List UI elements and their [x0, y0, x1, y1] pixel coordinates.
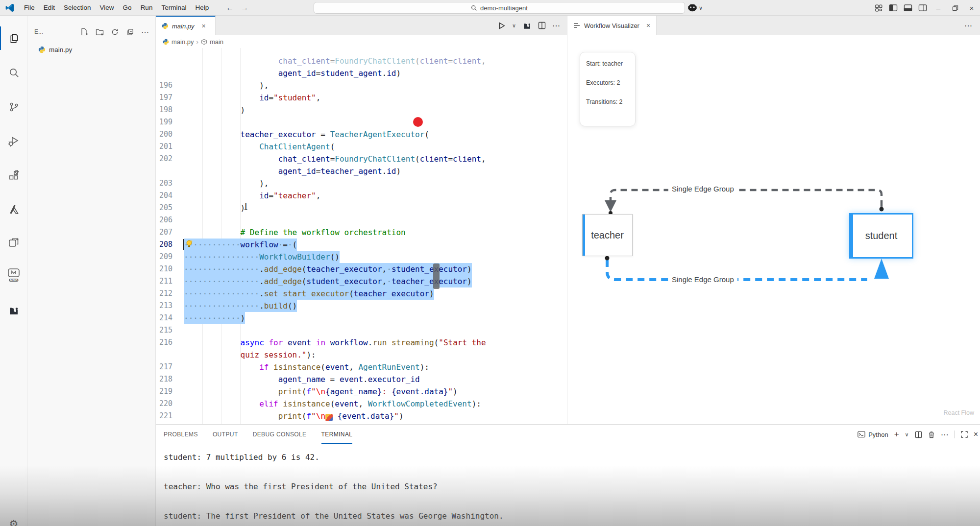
code-row[interactable]: 217 if isinstance(event, AgentRunEvent):	[156, 361, 567, 373]
node-teacher[interactable]: teacher	[582, 214, 633, 256]
line-number[interactable]: 198	[156, 104, 172, 116]
code-row[interactable]: 214············)	[156, 312, 567, 324]
line-number[interactable]: 218	[156, 373, 172, 385]
panel-tab-close-icon[interactable]: ×	[646, 22, 650, 29]
line-number[interactable]: 203	[156, 177, 172, 190]
menu-item-go[interactable]: Go	[119, 2, 136, 13]
code-row[interactable]: 221 print(f"\n🎉 {event.data}")	[156, 410, 567, 422]
terminal-output[interactable]: student: 7 multiplied by 6 is 42.teacher…	[164, 444, 972, 526]
line-number[interactable]: 199	[156, 116, 172, 128]
code-row[interactable]: 219 print(f"\n{agent_name}: {event.data}…	[156, 385, 567, 398]
code-row[interactable]: 199	[156, 116, 567, 128]
window-minimize-button[interactable]: –	[930, 0, 947, 16]
new-terminal-icon[interactable]: +	[894, 430, 899, 439]
tab-workflow-visualizer[interactable]: Workflow Visualizer ×	[567, 16, 657, 35]
line-number[interactable]: 210	[156, 263, 172, 275]
back-arrow-icon[interactable]: ←	[226, 3, 234, 12]
copilot-menu[interactable]: ∨	[687, 0, 703, 16]
panel-more-actions-icon[interactable]: ⋯	[964, 16, 972, 35]
line-number[interactable]: 217	[156, 361, 172, 373]
panel-tab-output[interactable]: OUTPUT	[213, 425, 238, 444]
code-row[interactable]: 215	[156, 324, 567, 336]
code-row[interactable]: chat_client=FoundryChatClient(client=cli…	[156, 55, 567, 67]
code-row[interactable]: 216 async for event in workflow.run_stre…	[156, 336, 567, 349]
tab-close-icon[interactable]: ×	[202, 22, 206, 30]
toggle-panel-icon[interactable]	[901, 1, 915, 14]
more-actions-icon[interactable]: ⋯	[139, 26, 151, 38]
line-number[interactable]: 197	[156, 92, 172, 104]
line-number[interactable]: 221	[156, 410, 172, 422]
window-restore-button[interactable]	[947, 0, 963, 16]
activity-azure-icon[interactable]	[0, 198, 27, 221]
code-row[interactable]: 206	[156, 214, 567, 226]
activity-ai-toolkit-icon[interactable]	[0, 231, 27, 255]
tab-main-py[interactable]: main.py ×	[156, 16, 216, 35]
lightbulb-icon[interactable]	[185, 239, 193, 248]
line-number[interactable]: 205	[156, 202, 172, 214]
activity-source-control-icon[interactable]	[0, 95, 27, 119]
forward-arrow-icon[interactable]: →	[241, 3, 248, 12]
editor-more-actions-icon[interactable]: ⋯	[552, 21, 560, 30]
line-number[interactable]: 206	[156, 214, 172, 226]
terminal-dropdown-icon[interactable]: ∨	[905, 431, 909, 438]
code-row[interactable]: 205 )	[156, 202, 567, 214]
toggle-secondary-sidebar-icon[interactable]	[915, 1, 930, 14]
customize-layout-icon[interactable]	[871, 1, 886, 14]
code-row[interactable]: 220 elif isinstance(event, WorkflowCompl…	[156, 398, 567, 410]
run-button[interactable]	[497, 22, 506, 30]
sidebar-item-main-py[interactable]: main.py	[27, 43, 156, 56]
run-dropdown-icon[interactable]: ∨	[512, 23, 516, 29]
node-student[interactable]: student	[849, 213, 913, 259]
menu-item-selection[interactable]: Selection	[59, 2, 96, 13]
line-number[interactable]: 209	[156, 251, 172, 263]
line-number[interactable]: 216	[156, 336, 172, 349]
breadcrumb-file[interactable]: main.py	[172, 38, 194, 46]
activity-m365-icon[interactable]: M365	[0, 264, 27, 288]
code-row[interactable]: 218 agent_name = event.executor_id	[156, 373, 567, 385]
ai-foundry-action-icon[interactable]	[522, 21, 532, 30]
close-panel-icon[interactable]: ×	[974, 430, 978, 439]
breadcrumb[interactable]: main.py › main	[156, 35, 567, 48]
settings-gear-icon[interactable]: ⚙	[0, 513, 27, 526]
line-number[interactable]: 213	[156, 300, 172, 312]
terminal-more-actions-icon[interactable]: ⋯	[941, 430, 949, 439]
code-row[interactable]: agent_id=teacher_agent.id)	[156, 165, 567, 177]
line-number[interactable]: 200	[156, 128, 172, 141]
command-center-search[interactable]: demo-multiagent	[314, 2, 685, 14]
code-row[interactable]: 196 ),	[156, 79, 567, 92]
line-number[interactable]: 212	[156, 287, 172, 300]
line-number[interactable]: 215	[156, 324, 172, 336]
breadcrumb-symbol[interactable]: main	[210, 38, 223, 46]
split-terminal-icon[interactable]	[915, 431, 922, 438]
code-row[interactable]: quiz session."):	[156, 349, 567, 361]
code-editor[interactable]: chat_client=FoundryChatClient(client=cli…	[156, 48, 567, 424]
code-row[interactable]: 202 chat_client=FoundryChatClient(client…	[156, 153, 567, 165]
line-number[interactable]: 196	[156, 79, 172, 92]
code-row[interactable]: 210················.add_edge(teacher_exe…	[156, 263, 567, 275]
line-number[interactable]: 220	[156, 398, 172, 410]
code-row[interactable]: 204 id="teacher",	[156, 190, 567, 202]
line-number[interactable]: 214	[156, 312, 172, 324]
activity-explorer-icon[interactable]	[0, 26, 27, 50]
split-editor-icon[interactable]	[538, 22, 546, 29]
code-row[interactable]: 201 ChatClientAgent(	[156, 141, 567, 153]
activity-search-icon[interactable]	[0, 61, 27, 84]
new-file-icon[interactable]	[78, 26, 90, 38]
line-number[interactable]: 208	[156, 239, 172, 251]
refresh-icon[interactable]	[109, 26, 121, 38]
code-row[interactable]: 207 # Define the workflow orchestration	[156, 226, 567, 239]
line-number[interactable]: 201	[156, 141, 172, 153]
line-number[interactable]: 204	[156, 190, 172, 202]
terminal-shell-selector[interactable]: Python	[858, 431, 888, 438]
collapse-folders-icon[interactable]	[124, 26, 136, 38]
activity-extensions-icon[interactable]	[0, 164, 27, 187]
panel-tab-debug-console[interactable]: DEBUG CONSOLE	[253, 425, 307, 444]
react-flow-attribution[interactable]: React Flow	[943, 409, 974, 416]
activity-ai-foundry-icon[interactable]	[0, 299, 27, 322]
menu-item-file[interactable]: File	[20, 2, 39, 13]
menu-item-terminal[interactable]: Terminal	[157, 2, 191, 13]
code-row[interactable]: 197 id="student",	[156, 92, 567, 104]
window-close-button[interactable]: ×	[963, 0, 980, 16]
line-number[interactable]: 219	[156, 385, 172, 398]
code-row[interactable]: agent_id=student_agent.id)	[156, 67, 567, 79]
